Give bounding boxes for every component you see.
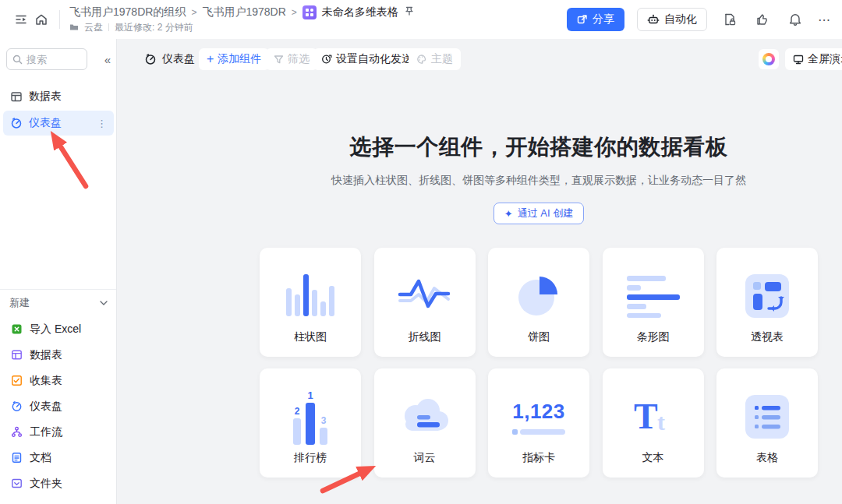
sparkle-icon: ✦ <box>504 208 513 220</box>
create-via-ai-button[interactable]: ✦ 通过 AI 创建 <box>494 203 584 224</box>
new-item-form[interactable]: 收集表 <box>0 368 117 393</box>
new-item-dashboard[interactable]: 仪表盘 <box>0 393 117 419</box>
form-icon <box>10 375 23 387</box>
ranking-icon: 2 1 3 <box>293 389 327 445</box>
automation-button[interactable]: 自动化 <box>637 8 707 31</box>
share-button[interactable]: 分享 <box>567 8 624 31</box>
kebab-menu-icon[interactable]: ⋮ <box>97 118 107 129</box>
sidebar-item-label: 数据表 <box>29 90 62 104</box>
dashboard-title: 仪表盘 <box>144 48 195 70</box>
sidebar-item-datatable[interactable]: 数据表 <box>3 84 114 109</box>
new-item-datatable[interactable]: 数据表 <box>0 342 117 368</box>
new-item-folder[interactable]: 文件夹 <box>0 471 117 496</box>
card-text[interactable]: T t 文本 <box>603 368 704 478</box>
breadcrumb-separator: > <box>292 7 297 18</box>
file-permission-icon[interactable] <box>720 9 740 30</box>
metric-value: 1,123 <box>512 400 565 424</box>
location-label[interactable]: 云盘 <box>84 21 103 34</box>
card-column-chart[interactable]: 柱状图 <box>260 248 361 357</box>
new-section-header[interactable]: 新建 <box>9 296 108 310</box>
card-metric[interactable]: 1,123 指标卡 <box>488 368 589 478</box>
page-title: 选择一个组件，开始搭建你的数据看板 <box>260 132 818 162</box>
card-line-chart[interactable]: 折线图 <box>374 248 476 357</box>
svg-text:t: t <box>657 409 665 435</box>
document-title[interactable]: 未命名多维表格 <box>322 5 398 19</box>
folder-icon <box>10 478 23 490</box>
pin-icon[interactable] <box>404 5 415 19</box>
card-pivot-table[interactable]: 透视表 <box>716 248 818 357</box>
sidebar-item-dashboard[interactable]: 仪表盘 ⋮ <box>3 111 114 136</box>
table-icon <box>10 349 23 361</box>
search-box[interactable] <box>6 48 87 70</box>
excel-icon <box>10 323 23 336</box>
line-chart-icon <box>397 277 453 315</box>
workflow-icon <box>10 426 23 439</box>
card-pie-chart[interactable]: 饼图 <box>488 248 589 357</box>
plus-icon: + <box>207 52 214 66</box>
notification-bell-icon[interactable] <box>785 9 805 30</box>
search-input[interactable] <box>27 54 73 65</box>
new-item-doc[interactable]: 文档 <box>0 445 117 471</box>
bitable-icon <box>302 5 317 19</box>
divider <box>108 23 109 31</box>
share-icon <box>577 14 588 25</box>
divider <box>59 10 60 29</box>
folder-small-icon <box>69 23 79 32</box>
svg-text:T: T <box>634 397 658 436</box>
sidebar: « 数据表 仪表盘 ⋮ 新建 导入 Excel 数据表 <box>0 39 117 504</box>
sidebar-item-label: 仪表盘 <box>29 116 62 130</box>
robot-icon <box>647 13 660 26</box>
like-icon[interactable] <box>752 9 773 30</box>
main-area: 仪表盘 + 添加组件 筛选 设置自动化发送 主题 全屏演示 选择一个组件，开始搭… <box>117 39 842 504</box>
topbar: 飞书用户1978DR的组织 > 飞书用户1978DR > 未命名多维表格 云盘 … <box>0 0 842 39</box>
more-icon[interactable]: ⋯ <box>818 12 831 27</box>
metric-icon: 1,123 <box>512 400 565 435</box>
breadcrumb: 飞书用户1978DR的组织 > 飞书用户1978DR > 未命名多维表格 云盘 … <box>69 5 415 34</box>
dashboard-icon <box>144 53 157 65</box>
breadcrumb-user[interactable]: 飞书用户1978DR <box>202 5 285 19</box>
new-item-workflow[interactable]: 工作流 <box>0 419 117 445</box>
card-ranking[interactable]: 2 1 3 排行榜 <box>260 368 361 478</box>
doc-icon <box>10 452 23 464</box>
component-cards-grid: 柱状图 折线图 饼图 <box>260 248 818 478</box>
collapse-sidebar-icon[interactable]: « <box>104 53 111 66</box>
table-list-icon <box>745 395 789 439</box>
search-icon <box>12 55 23 65</box>
modified-label: 最近修改: 2 分钟前 <box>115 21 193 34</box>
table-grid-icon <box>10 90 23 103</box>
page-subtitle: 快速插入柱状图、折线图、饼图等多种组件类型，直观展示数据，让业务动态一目了然 <box>260 174 818 188</box>
chevron-down-icon <box>100 301 108 305</box>
pie-chart-icon <box>515 273 562 319</box>
breadcrumb-separator: > <box>191 7 196 18</box>
card-table[interactable]: 表格 <box>716 368 818 478</box>
word-cloud-icon <box>398 397 451 436</box>
bar-chart-icon <box>625 274 681 318</box>
new-item-import-excel[interactable]: 导入 Excel <box>0 316 117 342</box>
breadcrumb-org[interactable]: 飞书用户1978DR的组织 <box>69 5 186 19</box>
dashboard-icon <box>10 117 23 129</box>
sidebar-toggle-icon[interactable] <box>11 9 31 30</box>
text-icon: T t <box>631 396 676 438</box>
pivot-table-icon <box>745 274 789 318</box>
home-icon[interactable] <box>31 9 51 30</box>
add-component-button[interactable]: + 添加组件 <box>199 48 269 70</box>
card-word-cloud[interactable]: 词云 <box>374 368 476 478</box>
column-chart-icon <box>285 273 336 319</box>
dashboard-icon <box>10 400 23 413</box>
card-bar-chart[interactable]: 条形图 <box>603 248 704 357</box>
divider <box>0 289 116 290</box>
